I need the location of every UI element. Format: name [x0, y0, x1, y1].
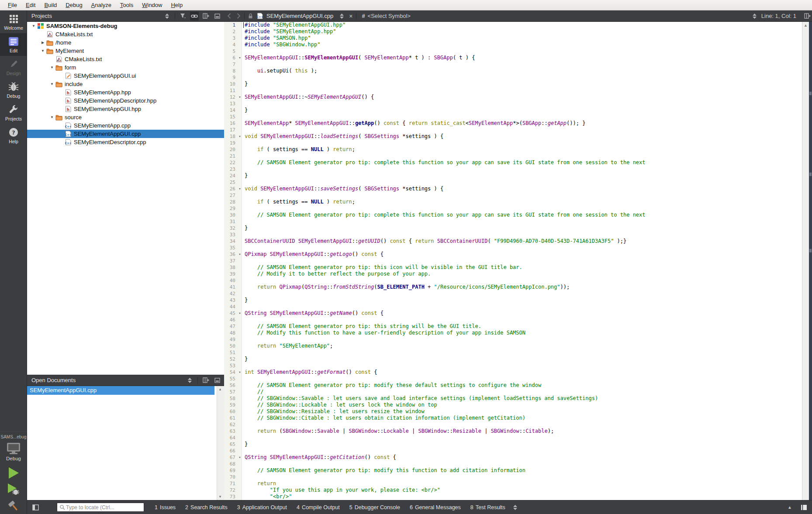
scroll-up-icon[interactable]: ▲: [218, 387, 222, 391]
code-line[interactable]: 40: [224, 277, 801, 284]
tree-item-semyelementdescriptor-cpp[interactable]: C++SEMyElementDescriptor.cpp: [27, 138, 224, 146]
code-line[interactable]: 2#include "SEMyElementApp.hpp": [224, 28, 801, 35]
mode-projects[interactable]: Projects: [0, 101, 27, 124]
code-line[interactable]: 33: [224, 231, 801, 238]
fold-marker-icon[interactable]: ▾: [237, 94, 243, 100]
tree-item-cmakelists-txt[interactable]: CMakeLists.txt: [27, 55, 224, 63]
code-line[interactable]: 61 // SBGWindow::Citable : let users obt…: [224, 415, 801, 421]
code-line[interactable]: 49: [224, 336, 801, 343]
code-line[interactable]: 15: [224, 114, 801, 120]
code-line[interactable]: 5: [224, 48, 801, 55]
output-pane-switch-icon[interactable]: [510, 502, 521, 513]
code-line[interactable]: 53: [224, 362, 801, 369]
fold-marker-icon[interactable]: ▾: [237, 133, 243, 140]
fold-marker-icon[interactable]: ▾: [237, 251, 243, 258]
code-line[interactable]: 4#include "SBGWindow.hpp": [224, 41, 801, 48]
go-forward-icon[interactable]: [234, 11, 243, 21]
expander-icon[interactable]: ▼: [49, 66, 55, 69]
line-col-spinner-icon[interactable]: [750, 11, 760, 21]
tree-item-form[interactable]: ▼form: [27, 63, 224, 72]
toggle-left-sidebar-icon[interactable]: [30, 502, 41, 513]
menu-file[interactable]: File: [3, 0, 21, 10]
close-panel-icon[interactable]: [213, 376, 221, 385]
expander-icon[interactable]: ▼: [49, 82, 55, 86]
editor-scrollbar[interactable]: ▲: [802, 22, 809, 500]
code-line[interactable]: 48 // Modify this function to have a use…: [224, 330, 801, 336]
code-line[interactable]: 39 // Modify it to better reflect the pu…: [224, 271, 801, 277]
code-line[interactable]: 57 //: [224, 389, 801, 395]
code-line[interactable]: 18▾void SEMyElementAppGUI::loadSettings(…: [224, 133, 801, 140]
code-line[interactable]: 44: [224, 304, 801, 310]
open-documents-scrollbar[interactable]: ▲ ▼: [217, 386, 224, 500]
code-line[interactable]: 22 // SAMSON Element generator pro tip: …: [224, 159, 801, 166]
fold-marker-icon[interactable]: ▾: [237, 369, 243, 376]
fold-marker-icon[interactable]: ▾: [237, 186, 243, 192]
code-line[interactable]: 17: [224, 127, 801, 133]
build-button[interactable]: [0, 498, 27, 514]
select-symbol-dropdown[interactable]: <Select Symbol>: [368, 13, 411, 19]
code-line[interactable]: 59 // SBGWindow::Lockable : let users lo…: [224, 402, 801, 408]
code-line[interactable]: 21: [224, 153, 801, 159]
mode-edit[interactable]: Edit: [0, 33, 27, 56]
code-line[interactable]: 6▾SEMyElementAppGUI::SEMyElementAppGUI( …: [224, 55, 801, 61]
tree-item-semyelementappgui-ui[interactable]: SEMyElementAppGUI.ui: [27, 72, 224, 80]
output-pane-test-results[interactable]: 8Test Results: [470, 504, 505, 511]
code-line[interactable]: 25: [224, 179, 801, 186]
code-line[interactable]: 55: [224, 376, 801, 382]
tree-item-include[interactable]: ▼include: [27, 80, 224, 88]
expander-icon[interactable]: ▼: [40, 49, 46, 53]
code-line[interactable]: 69 // SAMSON Element generator pro tip: …: [224, 467, 801, 474]
code-line[interactable]: 64: [224, 435, 801, 441]
code-line[interactable]: 1#include "SEMyElementAppGUI.hpp": [224, 22, 801, 28]
code-line[interactable]: 68: [224, 461, 801, 467]
code-line[interactable]: 71 return: [224, 480, 801, 487]
code-line[interactable]: 13: [224, 100, 801, 107]
code-line[interactable]: 9: [224, 74, 801, 81]
fold-marker-icon[interactable]: ▾: [237, 55, 243, 61]
code-line[interactable]: 26▾void SEMyElementAppGUI::saveSettings(…: [224, 186, 801, 192]
code-line[interactable]: 62: [224, 421, 801, 428]
code-line[interactable]: 42: [224, 290, 801, 297]
menu-edit[interactable]: Edit: [21, 0, 40, 10]
scroll-down-icon[interactable]: ▼: [218, 495, 222, 499]
code-line[interactable]: 70: [224, 474, 801, 480]
code-line[interactable]: 65}: [224, 441, 801, 448]
code-line[interactable]: 3#include "SAMSON.hpp": [224, 35, 801, 41]
code-editor[interactable]: 1#include "SEMyElementAppGUI.hpp"2#inclu…: [224, 22, 812, 500]
code-line[interactable]: 56 // SAMSON Element generator pro tip: …: [224, 382, 801, 389]
run-button[interactable]: [0, 465, 27, 481]
split-editor-icon[interactable]: [802, 11, 812, 21]
code-line[interactable]: 47 // SAMSON Element generator pro tip: …: [224, 323, 801, 330]
code-line[interactable]: 23: [224, 166, 801, 172]
code-line[interactable]: 34SBCContainerUUID SEMyElementAppGUI::ge…: [224, 238, 801, 245]
code-line[interactable]: 72 "If you use this app in your work, pl…: [224, 487, 801, 493]
code-line[interactable]: 63 return (SBGWindow::Savable | SBGWindo…: [224, 428, 801, 435]
tree-item-semyelementappdescriptor-hpp[interactable]: hSEMyElementAppDescriptor.hpp: [27, 97, 224, 105]
build-target-selector[interactable]: Debug: [0, 442, 27, 461]
open-file-name[interactable]: SEMyElementAppGUI.cpp: [266, 13, 333, 19]
debug-run-button[interactable]: [0, 481, 27, 498]
code-line[interactable]: 58 // SBGWindow::Savable : let users sav…: [224, 395, 801, 402]
document-switch-icon[interactable]: [337, 11, 346, 21]
menu-analyze[interactable]: Analyze: [87, 0, 116, 10]
tree-item-semyelementappgui-hpp[interactable]: hSEMyElementAppGUI.hpp: [27, 105, 224, 113]
code-line[interactable]: 8 ui.setupUi( this );: [224, 68, 801, 74]
code-line[interactable]: 36▾QPixmap SEMyElementAppGUI::getLogo() …: [224, 251, 801, 258]
code-line[interactable]: 38 // SAMSON Element generator pro tip: …: [224, 264, 801, 271]
open-document-item[interactable]: SEMyElementAppGUI.cpp: [27, 386, 214, 395]
code-line[interactable]: 20 if ( settings == NULL ) return;: [224, 146, 801, 153]
code-line[interactable]: 46: [224, 317, 801, 323]
code-line[interactable]: 67▾QString SEMyElementAppGUI::getCitatio…: [224, 454, 801, 461]
output-pane-debugger-console[interactable]: 5Debugger Console: [349, 504, 400, 511]
tree-item-myelement[interactable]: ▼MyElement: [27, 47, 224, 55]
close-document-button[interactable]: ×: [346, 13, 355, 20]
output-pane-compile-output[interactable]: 4Compile Output: [297, 504, 340, 511]
output-pane-application-output[interactable]: 3Application Output: [237, 504, 287, 511]
code-line[interactable]: 43}: [224, 297, 801, 304]
code-line[interactable]: 10}: [224, 81, 801, 87]
fold-marker-icon[interactable]: ▾: [237, 310, 243, 317]
code-line[interactable]: 19: [224, 140, 801, 146]
sync-with-editor-icon[interactable]: [190, 12, 199, 21]
scroll-up-icon[interactable]: ▲: [804, 23, 808, 28]
code-line[interactable]: 12▾SEMyElementAppGUI::~SEMyElementAppGUI…: [224, 94, 801, 100]
